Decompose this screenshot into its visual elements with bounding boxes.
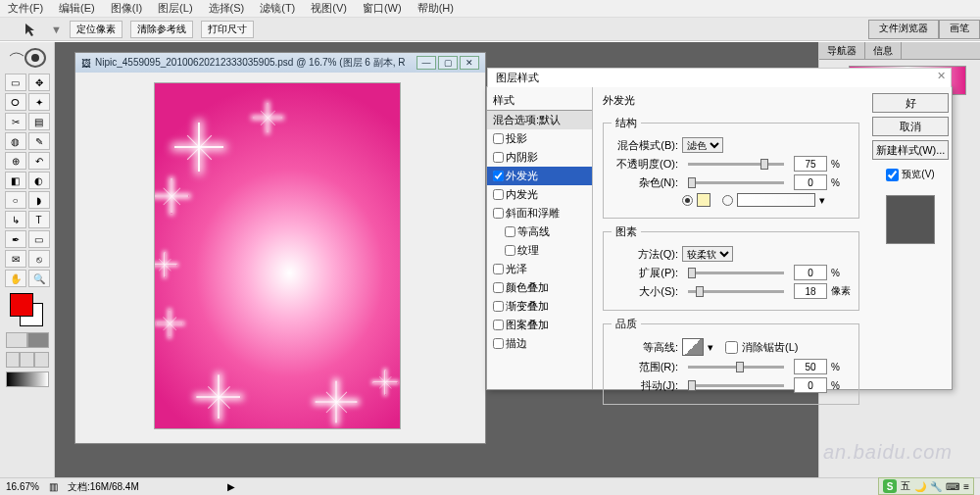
technique-select[interactable]: 较柔软 [682, 246, 733, 262]
range-slider[interactable] [688, 366, 784, 369]
glow-gradient-radio[interactable] [722, 195, 733, 206]
menu-filter[interactable]: 滤镜(T) [260, 1, 295, 16]
opacity-input[interactable] [794, 156, 827, 172]
tool-stamp[interactable]: ⊕ [5, 152, 26, 170]
styles-header[interactable]: 样式 [487, 91, 592, 111]
range-input[interactable] [794, 359, 827, 374]
style-pattern-overlay[interactable]: 图案叠加 [487, 316, 592, 334]
tool-history[interactable]: ↶ [28, 152, 50, 170]
menu-file[interactable]: 文件(F) [8, 1, 43, 16]
tool-gradient[interactable]: ◐ [28, 172, 50, 189]
screen-mode-bar[interactable] [6, 352, 49, 368]
ok-button[interactable]: 好 [872, 93, 949, 113]
blend-options-item[interactable]: 混合选项:默认 [487, 111, 592, 129]
menu-window[interactable]: 窗口(W) [363, 1, 402, 16]
chk-outer-glow[interactable] [493, 171, 504, 181]
preview-checkbox[interactable] [886, 169, 899, 181]
new-style-button[interactable]: 新建样式(W)... [872, 140, 949, 160]
style-gradient-overlay[interactable]: 渐变叠加 [487, 297, 592, 316]
tool-path[interactable]: ↳ [5, 211, 26, 228]
antialias-checkbox[interactable] [725, 341, 738, 354]
menu-edit[interactable]: 编辑(E) [59, 1, 95, 16]
tool-text[interactable]: T [28, 211, 50, 228]
style-inner-glow[interactable]: 内发光 [487, 185, 592, 204]
tool-lasso[interactable]: ⵔ [5, 93, 26, 111]
contour-dropdown-icon[interactable]: ▾ [708, 341, 713, 354]
chk-stroke[interactable] [493, 338, 504, 349]
ime-moon-icon[interactable]: 🌙 [914, 481, 926, 492]
opacity-slider[interactable] [688, 163, 784, 166]
chk-texture[interactable] [505, 245, 515, 256]
style-contour[interactable]: 等高线 [487, 223, 592, 241]
jitter-slider[interactable] [688, 384, 784, 387]
chk-bevel[interactable] [493, 208, 504, 219]
menu-layer[interactable]: 图层(L) [158, 1, 192, 16]
ime-toolbar[interactable]: S 五 🌙 🔧 ⌨ ≡ [878, 477, 974, 495]
tool-eraser[interactable]: ◧ [5, 172, 26, 189]
tool-notes[interactable]: ✉ [5, 250, 26, 268]
style-stroke[interactable]: 描边 [487, 334, 592, 353]
status-arrow-icon[interactable]: ▶ [227, 481, 235, 492]
tool-heal[interactable]: ◍ [5, 132, 26, 150]
style-outer-glow[interactable]: 外发光 [487, 167, 592, 185]
dialog-close-icon[interactable]: ✕ [937, 70, 946, 82]
tool-move[interactable]: ✥ [28, 74, 50, 91]
tool-hand[interactable]: ✋ [5, 270, 26, 287]
style-inner-shadow[interactable]: 内阴影 [487, 148, 592, 167]
noise-slider[interactable] [688, 181, 784, 184]
tool-eyedrop[interactable]: ⎋ [28, 250, 50, 268]
chk-color-overlay[interactable] [493, 282, 504, 293]
color-swatch[interactable] [8, 293, 47, 328]
glow-color-radio[interactable] [682, 195, 693, 206]
style-bevel[interactable]: 斜面和浮雕 [487, 204, 592, 223]
scroll-icon[interactable]: ▥ [49, 481, 58, 492]
chk-drop-shadow[interactable] [493, 133, 504, 144]
size-slider[interactable] [688, 290, 784, 293]
chk-inner-shadow[interactable] [493, 152, 504, 163]
blend-mode-select[interactable]: 滤色 [682, 137, 723, 153]
tool-marquee[interactable]: ▭ [5, 74, 26, 91]
tab-file-browser[interactable]: 文件浏览器 [868, 20, 939, 39]
style-texture[interactable]: 纹理 [487, 241, 592, 260]
ime-logo-icon[interactable]: S [883, 479, 897, 493]
maximize-button[interactable]: ▢ [438, 56, 458, 70]
close-button[interactable]: ✕ [460, 56, 479, 70]
tab-info[interactable]: 信息 [865, 42, 902, 59]
tool-brush[interactable]: ✎ [28, 132, 50, 150]
tool-crop[interactable]: ✂ [5, 113, 26, 130]
option-clear-guides[interactable]: 清除参考线 [130, 21, 193, 38]
tool-shape[interactable]: ▭ [28, 230, 50, 248]
edit-mode-bar[interactable] [6, 332, 49, 348]
menu-help[interactable]: 帮助(H) [417, 1, 454, 16]
contour-picker[interactable] [682, 338, 704, 356]
tool-blur[interactable]: ○ [5, 191, 26, 209]
tool-slice[interactable]: ▤ [28, 113, 50, 130]
tool-dodge[interactable]: ◗ [28, 191, 50, 209]
jitter-input[interactable] [794, 377, 827, 393]
menu-image[interactable]: 图像(I) [111, 1, 142, 16]
menu-select[interactable]: 选择(S) [209, 1, 245, 16]
style-satin[interactable]: 光泽 [487, 260, 592, 278]
tool-pen[interactable]: ✒ [5, 230, 26, 248]
chk-satin[interactable] [493, 264, 504, 274]
option-locate-pixel[interactable]: 定位像素 [70, 21, 122, 38]
ime-mode-label[interactable]: 五 [901, 479, 910, 493]
document-titlebar[interactable]: 🖼 Nipic_4559095_20100620212333035905.psd… [75, 53, 485, 73]
tool-zoom[interactable]: 🔍 [28, 270, 50, 287]
glow-color-swatch[interactable] [697, 193, 710, 207]
jump-bar[interactable] [6, 371, 49, 387]
chk-gradient-overlay[interactable] [493, 301, 504, 312]
spread-input[interactable] [794, 265, 827, 280]
menu-view[interactable]: 视图(V) [311, 1, 347, 16]
minimize-button[interactable]: — [416, 56, 436, 70]
tool-wand[interactable]: ✦ [28, 93, 50, 111]
glow-gradient-swatch[interactable] [737, 193, 815, 207]
chk-contour[interactable] [505, 226, 515, 237]
size-input[interactable] [794, 283, 827, 299]
style-color-overlay[interactable]: 颜色叠加 [487, 278, 592, 297]
chk-pattern-overlay[interactable] [493, 320, 504, 330]
ime-menu-icon[interactable]: ≡ [963, 481, 969, 492]
option-print-size[interactable]: 打印尺寸 [201, 21, 254, 38]
spread-slider[interactable] [688, 272, 784, 274]
zoom-level[interactable]: 16.67% [6, 481, 39, 492]
